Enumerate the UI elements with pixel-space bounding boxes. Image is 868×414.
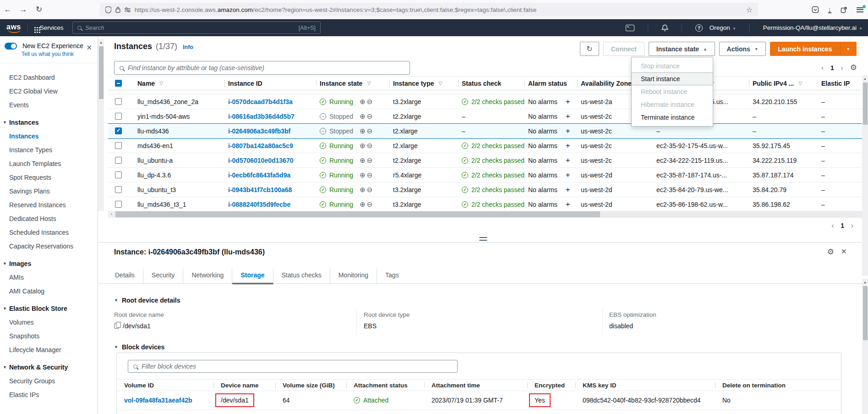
tab-status-checks[interactable]: Status checks [273, 269, 330, 284]
refresh-button[interactable]: ↻ [580, 42, 599, 56]
sidebar-section-network-security[interactable]: ▼Network & Security [0, 357, 98, 374]
sidebar-item-ec2-dashboard[interactable]: EC2 Dashboard [0, 71, 98, 84]
column-header-alarm-status[interactable]: Alarm status [524, 77, 577, 90]
sidebar-scrollbar[interactable]: ▲ [98, 39, 104, 211]
horizontal-scrollbar[interactable]: ‹ [108, 211, 865, 218]
close-icon[interactable]: ✕ [86, 44, 92, 52]
block-column-attachment-time[interactable]: Attachment time [424, 382, 527, 389]
sidebar-item-launch-templates[interactable]: Launch Templates [0, 157, 98, 171]
row-checkbox[interactable] [115, 127, 122, 134]
row-checkbox[interactable] [115, 157, 122, 164]
region-selector[interactable]: Oregon▼ [710, 24, 736, 31]
zoom-out-icon[interactable]: ⊖ [367, 171, 373, 179]
zoom-in-icon[interactable]: ⊕ [360, 112, 366, 121]
column-header-instance-id[interactable]: Instance ID [224, 77, 316, 90]
list-scrollbar[interactable]: ▲ [862, 75, 868, 276]
zoom-out-icon[interactable]: ⊖ [367, 127, 373, 135]
protections-icon[interactable] [812, 6, 819, 13]
zoom-in-icon[interactable]: ⊕ [360, 156, 366, 165]
add-alarm-icon[interactable]: + [566, 112, 570, 121]
scrollbar-thumb[interactable] [99, 46, 104, 99]
sidebar-item-events[interactable]: Events [0, 98, 98, 112]
sidebar-item-snapshots[interactable]: Snapshots [0, 329, 98, 343]
page-number[interactable]: 1 [841, 222, 844, 229]
sort-icon[interactable]: ▽ [438, 81, 442, 86]
zoom-in-icon[interactable]: ⊕ [360, 98, 366, 106]
block-column-volume-id[interactable]: Volume ID [117, 382, 213, 389]
sidebar-item-lifecycle-manager[interactable]: Lifecycle Manager [0, 343, 98, 357]
menu-item-terminate-instance[interactable]: Terminate instance [632, 111, 713, 124]
tab-security[interactable]: Security [143, 269, 184, 284]
block-column-device-name[interactable]: Device name [213, 382, 275, 389]
feedback-link[interactable]: Tell us what you think [22, 51, 93, 57]
add-alarm-icon[interactable]: + [566, 156, 570, 165]
add-alarm-icon[interactable]: + [566, 171, 570, 180]
sidebar-section-instances[interactable]: ▼Instances [0, 112, 98, 129]
column-header-instance-state[interactable]: Instance state▽ [316, 77, 389, 90]
aws-search-input[interactable] [85, 24, 295, 31]
block-column-encrypted[interactable]: Encrypted [527, 382, 575, 389]
block-devices-filter-input[interactable] [142, 363, 452, 370]
sort-icon[interactable]: ▽ [159, 81, 163, 86]
instance-row-llu-dp-4-3-6[interactable]: llu_dp-4.3.6i-0ecb6fc8643fa5d9a✓Running⊕… [108, 168, 868, 182]
root-device-section-header[interactable]: ▼ Root device details [114, 297, 180, 304]
zoom-in-icon[interactable]: ⊕ [360, 171, 366, 179]
sidebar-section-images[interactable]: ▼Images [0, 253, 98, 270]
detail-close-icon[interactable]: ✕ [841, 247, 847, 256]
zoom-out-icon[interactable]: ⊖ [367, 186, 373, 194]
row-checkbox[interactable] [115, 171, 122, 178]
tab-details[interactable]: Details [114, 269, 143, 284]
instance-row-mds436-en1[interactable]: mds436-en1i-0807ba142a80ac5c9✓Running⊕⊖t… [108, 138, 868, 153]
cloudshell-icon[interactable] [626, 25, 634, 31]
instance-id-link[interactable]: i-0264906a3c49fb3bf [228, 127, 290, 135]
help-icon[interactable]: ? [695, 24, 703, 32]
block-column-volume-size-gib[interactable]: Volume size (GiB) [275, 382, 346, 389]
scrollbar-thumb[interactable] [863, 286, 868, 340]
detail-settings-gear-icon[interactable]: ⚙ [827, 247, 834, 257]
zoom-in-icon[interactable]: ⊕ [360, 186, 366, 194]
sidebar-item-security-groups[interactable]: Security Groups [0, 374, 98, 388]
url-text[interactable]: https://us-west-2.console.aws.amazon.com… [135, 6, 536, 13]
notifications-bell-icon[interactable] [661, 24, 668, 32]
sidebar-item-volumes[interactable]: Volumes [0, 315, 98, 329]
column-header-name[interactable]: Name▽ [134, 77, 224, 90]
zoom-out-icon[interactable]: ⊖ [367, 112, 373, 121]
instance-row-llu-ubuntu-t3[interactable]: llu_ubuntu_t3i-0943b41f7cb100a68✓Running… [108, 182, 868, 197]
add-alarm-icon[interactable]: + [566, 127, 570, 136]
add-alarm-icon[interactable]: + [566, 141, 570, 150]
instance-row-yin1-mds-504-aws[interactable]: yin1-mds-504-awsi-08616ad3b36d4d5b7–Stop… [108, 109, 868, 124]
instance-id-link[interactable]: i-0ecb6fc8643fa5d9a [228, 171, 290, 179]
instance-row-llu-ubuntu-a[interactable]: llu_ubuntu-ai-0d5706010e0d13670✓Running⊕… [108, 153, 868, 168]
instance-state-button[interactable]: Instance state▲ [649, 42, 715, 56]
row-checkbox[interactable] [115, 113, 122, 120]
scroll-up-icon[interactable]: ▲ [862, 279, 868, 286]
actions-button[interactable]: Actions▼ [719, 42, 766, 56]
instance-row-llu-mds436-zone-2a[interactable]: llu_mds436_zone_2ai-0570dcaad7b4d1f3a✓Ru… [108, 94, 868, 109]
select-all-checkbox[interactable] [115, 80, 122, 87]
copy-icon[interactable] [114, 323, 119, 329]
launch-instances-button[interactable]: Launch instances [770, 42, 840, 56]
page-next-icon[interactable]: › [841, 64, 843, 72]
block-column-kms-key-id[interactable]: KMS key ID [575, 382, 715, 389]
back-icon[interactable]: ← [0, 5, 16, 14]
instance-id-link[interactable]: i-0570dcaad7b4d1f3a [228, 98, 293, 105]
column-header-elastic-ip[interactable]: Elastic IP [818, 77, 868, 90]
zoom-in-icon[interactable]: ⊕ [360, 127, 366, 135]
sidebar-item-elastic-ips[interactable]: Elastic IPs [0, 388, 98, 402]
row-checkbox[interactable] [115, 98, 122, 105]
reload-icon[interactable]: ↻ [31, 5, 47, 14]
row-checkbox[interactable] [115, 201, 122, 208]
instance-id-link[interactable]: i-0888240f35d9fecbe [228, 201, 290, 208]
downloads-icon[interactable]: ↓ [828, 6, 832, 13]
zoom-out-icon[interactable]: ⊖ [367, 156, 373, 165]
instance-row-llu-mds436[interactable]: llu-mds436i-0264906a3c49fb3bf–Stopped⊕⊖t… [108, 124, 868, 138]
sidebar-item-ami-catalog[interactable]: AMI Catalog [0, 284, 98, 298]
add-alarm-icon[interactable]: + [566, 185, 570, 194]
connect-button[interactable]: Connect [603, 42, 644, 56]
instance-filter-input[interactable] [128, 64, 404, 72]
zoom-out-icon[interactable]: ⊖ [367, 200, 373, 209]
forward-icon[interactable]: → [16, 5, 31, 14]
column-header-status-check[interactable]: Status check [458, 77, 524, 90]
menu-icon[interactable] [857, 7, 863, 12]
zoom-out-icon[interactable]: ⊖ [367, 142, 373, 150]
